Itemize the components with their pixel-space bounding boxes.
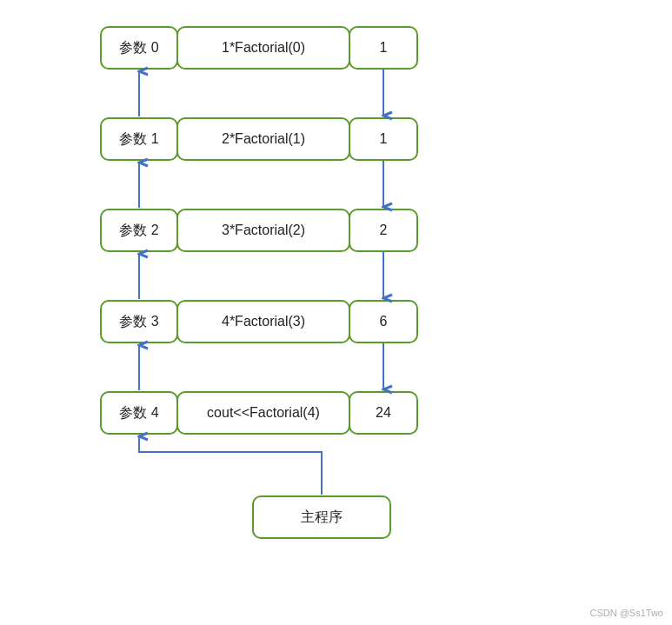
row-2: 参数 23*Factorial(2)2 — [100, 209, 418, 252]
row-4: 参数 4cout<<Factorial(4)24 — [100, 391, 418, 435]
expr-cell-3: 4*Factorial(3) — [176, 300, 350, 343]
diagram-container: 参数 01*Factorial(0)1参数 12*Factorial(1)1参数… — [0, 0, 672, 625]
result-cell-2: 2 — [349, 209, 418, 252]
watermark: CSDN @Ss1Two — [589, 608, 663, 618]
result-cell-3: 6 — [349, 300, 418, 343]
expr-cell-0: 1*Factorial(0) — [176, 26, 350, 70]
param-cell-3: 参数 3 — [100, 300, 178, 343]
param-cell-0: 参数 0 — [100, 26, 178, 70]
param-cell-2: 参数 2 — [100, 209, 178, 252]
expr-cell-4: cout<<Factorial(4) — [176, 391, 350, 435]
expr-cell-2: 3*Factorial(2) — [176, 209, 350, 252]
main-box: 主程序 — [252, 495, 391, 539]
main-box-label: 主程序 — [301, 509, 343, 527]
row-3: 参数 34*Factorial(3)6 — [100, 300, 418, 343]
param-cell-4: 参数 4 — [100, 391, 178, 435]
result-cell-4: 24 — [349, 391, 418, 435]
row-1: 参数 12*Factorial(1)1 — [100, 117, 418, 161]
param-cell-1: 参数 1 — [100, 117, 178, 161]
result-cell-0: 1 — [349, 26, 418, 70]
expr-cell-1: 2*Factorial(1) — [176, 117, 350, 161]
row-0: 参数 01*Factorial(0)1 — [100, 26, 418, 70]
result-cell-1: 1 — [349, 117, 418, 161]
